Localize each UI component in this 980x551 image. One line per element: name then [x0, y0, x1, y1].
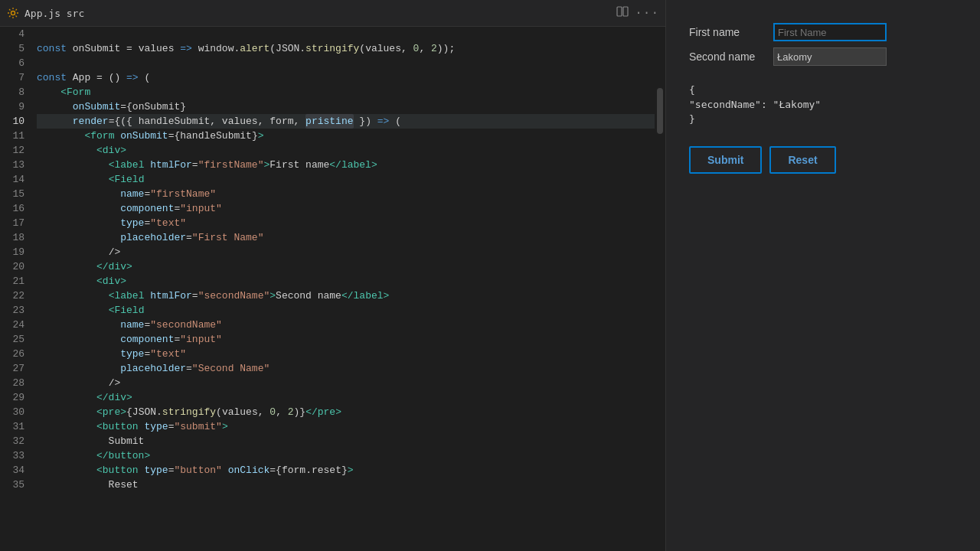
- code-line-27: placeholder="Second Name": [37, 361, 655, 376]
- code-line-30: <pre>{JSON.stringify(values, 0, 2)}</pre…: [37, 405, 655, 419]
- form-preview: First name Second name { "secondName": "…: [689, 23, 957, 174]
- scrollbar-thumb[interactable]: [657, 88, 663, 134]
- line-numbers: 4 5 6 7 8 9 10 11 12 13 14 15 16 17 18 1…: [0, 27, 32, 551]
- first-name-input[interactable]: [773, 23, 887, 41]
- code-line-17: type="text": [37, 216, 655, 230]
- second-name-label: Second name: [689, 51, 773, 63]
- gear-icon: [6, 6, 20, 20]
- code-line-28: />: [37, 376, 655, 390]
- json-line-2: "secondName": "Łakomy": [689, 97, 957, 112]
- code-line-35: Reset: [37, 478, 655, 492]
- code-line-15: name="firstName": [37, 187, 655, 201]
- code-line-18: placeholder="First Name": [37, 230, 655, 245]
- split-editor-button[interactable]: [616, 5, 629, 21]
- code-line-16: component="input": [37, 201, 655, 216]
- code-line-4: [37, 27, 655, 41]
- code-line-11: <form onSubmit={handleSubmit}>: [37, 129, 655, 143]
- code-line-32: Submit: [37, 434, 655, 448]
- code-area: 4 5 6 7 8 9 10 11 12 13 14 15 16 17 18 1…: [0, 27, 665, 551]
- code-line-22: <label htmlFor="secondName">Second name<…: [37, 289, 655, 303]
- tab-title: App.js src: [24, 8, 84, 19]
- tab-bar: App.js src ···: [0, 0, 665, 27]
- svg-rect-2: [623, 7, 628, 16]
- reset-button[interactable]: Reset: [769, 146, 835, 174]
- code-line-19: />: [37, 245, 655, 259]
- code-line-23: <Field: [37, 303, 655, 318]
- code-line-13: <label htmlFor="firstName">First name</l…: [37, 158, 655, 172]
- scrollbar[interactable]: [655, 27, 665, 551]
- code-line-10: ⚡ render={({ handleSubmit, values, form,…: [37, 114, 655, 129]
- code-line-14: <Field: [37, 172, 655, 187]
- svg-rect-1: [617, 7, 622, 16]
- preview-panel: First name Second name { "secondName": "…: [666, 0, 980, 551]
- code-line-25: component="input": [37, 332, 655, 347]
- code-content: const onSubmit = values => window.alert(…: [32, 27, 655, 551]
- code-line-29: </div>: [37, 390, 655, 405]
- code-line-33: </button>: [37, 448, 655, 463]
- more-options-button[interactable]: ···: [635, 6, 659, 20]
- second-name-input[interactable]: [773, 47, 887, 66]
- code-line-8: <Form: [37, 85, 655, 99]
- code-line-31: <button type="submit">: [37, 419, 655, 434]
- code-line-21: <div>: [37, 274, 655, 289]
- code-line-6: [37, 56, 655, 70]
- editor-panel: App.js src ··· 4 5 6 7 8 9 10 11 12 13 1…: [0, 0, 666, 551]
- code-line-7: const App = () => (: [37, 70, 655, 85]
- tab-controls: ···: [616, 5, 659, 21]
- submit-button[interactable]: Submit: [689, 146, 762, 174]
- code-line-34: <button type="button" onClick={form.rese…: [37, 463, 655, 478]
- code-line-5: const onSubmit = values => window.alert(…: [37, 41, 655, 56]
- second-name-row: Second name: [689, 47, 957, 66]
- code-line-12: <div>: [37, 143, 655, 158]
- svg-point-0: [11, 11, 15, 15]
- json-line-1: {: [689, 83, 957, 97]
- first-name-row: First name: [689, 23, 957, 41]
- buttons-row: Submit Reset: [689, 146, 957, 174]
- json-line-3: }: [689, 112, 957, 126]
- code-line-20: </div>: [37, 259, 655, 274]
- first-name-label: First name: [689, 26, 773, 38]
- json-output: { "secondName": "Łakomy" }: [689, 83, 957, 126]
- code-line-26: type="text": [37, 347, 655, 361]
- code-line-24: name="secondName": [37, 318, 655, 332]
- code-line-9: onSubmit={onSubmit}: [37, 99, 655, 114]
